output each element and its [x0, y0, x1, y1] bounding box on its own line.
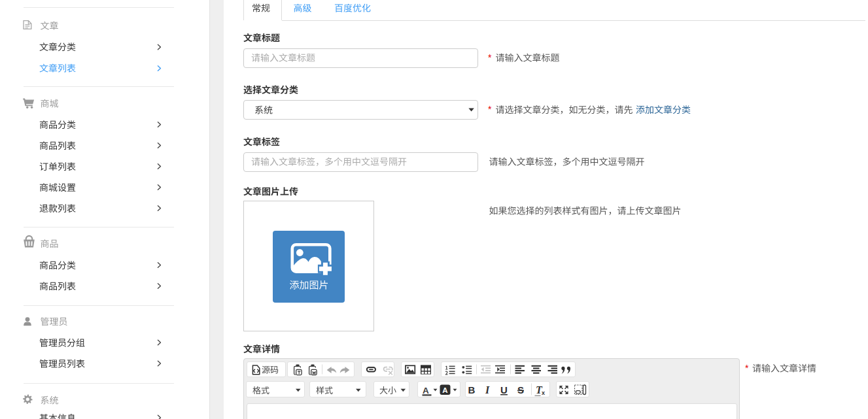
svg-text:A: A	[442, 386, 447, 394]
svg-text:B: B	[468, 384, 476, 395]
svg-text:U: U	[500, 384, 508, 395]
svg-text:x: x	[542, 390, 545, 396]
svg-text:I: I	[485, 384, 490, 395]
svg-text:A: A	[423, 386, 429, 395]
svg-text:S: S	[517, 384, 524, 395]
